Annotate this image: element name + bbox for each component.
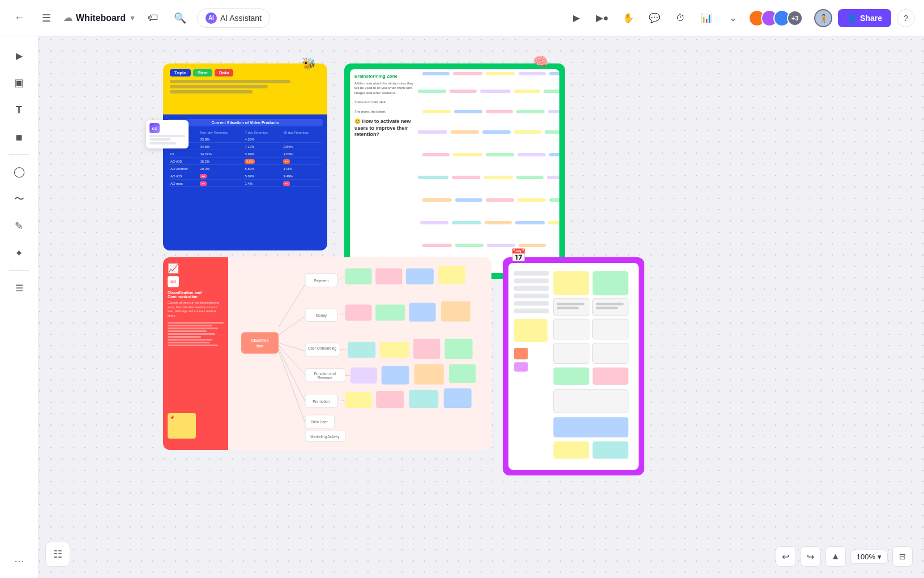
collaborators-avatars: +3 (748, 10, 803, 27)
sticky-note (450, 90, 477, 93)
line-2 (168, 325, 212, 326)
list-tool-button[interactable]: ☰ (7, 275, 32, 300)
shape-icon: ◯ (14, 165, 25, 178)
text-tool-button[interactable]: T (7, 97, 32, 122)
svg-rect-34 (445, 339, 473, 359)
avatar-count: +3 (787, 10, 803, 26)
svg-rect-65 (553, 368, 589, 385)
sticky-note (519, 244, 546, 247)
svg-rect-32 (380, 342, 409, 358)
svg-rect-23 (345, 268, 372, 284)
col-retention7: 7 day Retention (243, 130, 280, 135)
table-row: AO Web 33.8% 4.36% (169, 137, 322, 143)
brainstorm-question: 😊 How to activate new users to improve t… (354, 118, 417, 138)
svg-rect-72 (557, 307, 579, 309)
svg-text:Marketing Activity: Marketing Activity (310, 435, 340, 439)
line-7 (168, 339, 212, 341)
svg-text:Classifica: Classifica (251, 338, 269, 342)
header-right: ▶ ▶● ✋ 💬 ⏱ 📊 ⌄ +3 🧍 👤 Share (566, 8, 915, 28)
svg-text:Revenue: Revenue (318, 376, 333, 380)
sticky-note (453, 72, 482, 75)
line-3 (170, 90, 253, 94)
line-8 (168, 342, 209, 343)
frame-organizer[interactable]: 📅 (503, 257, 644, 475)
sticky-tool-button[interactable]: ■ (7, 125, 32, 150)
chart-button[interactable]: 📊 (696, 8, 717, 28)
pointer-icon: ▲ (831, 551, 840, 562)
tag-row: Topic Strat Data (170, 69, 320, 76)
sticky-note (422, 198, 452, 202)
svg-rect-67 (553, 389, 628, 413)
sticky-note (418, 176, 448, 179)
select-icon: ▶ (16, 50, 23, 61)
svg-rect-25 (406, 268, 434, 284)
sticky-note (486, 110, 513, 113)
note-text: 📌 (170, 415, 194, 419)
sticky-note (516, 176, 544, 179)
board-layout-button[interactable]: ☷ (45, 542, 70, 567)
svg-rect-63 (553, 343, 589, 364)
sticky-note (418, 90, 446, 93)
svg-rect-48 (514, 271, 549, 275)
back-button[interactable]: ← (9, 8, 29, 28)
svg-rect-59 (553, 298, 589, 316)
connector-tool-button[interactable]: ✦ (7, 241, 32, 266)
frame-brainstorm[interactable]: 🧠 Brainstorming Zone A little more about… (344, 63, 565, 279)
app-title[interactable]: ☁ Whiteboard ▼ (63, 12, 136, 23)
svg-rect-58 (593, 271, 628, 295)
frame-tool-button[interactable]: ▣ (7, 70, 32, 95)
svg-rect-39 (345, 392, 372, 408)
sticky-icon: ■ (15, 131, 22, 144)
undo-button[interactable]: ↩ (776, 546, 796, 567)
frame-presentation[interactable]: 🐝 Topic Strat Data cc Current Situation … (163, 63, 327, 250)
redo-icon: ↪ (807, 551, 814, 562)
expand-button[interactable]: ▶ (566, 8, 587, 28)
menu-button[interactable]: ☰ (36, 8, 57, 28)
share-button[interactable]: 👤 Share (838, 9, 891, 27)
sticky-note (422, 153, 450, 156)
more-options-button[interactable]: ⌄ (722, 8, 743, 28)
svg-line-7 (279, 351, 305, 423)
svg-text:User Onboarding: User Onboarding (308, 346, 336, 351)
pointer-button[interactable]: ▲ (825, 546, 846, 567)
redo-button[interactable]: ↪ (801, 546, 821, 567)
svg-rect-31 (348, 342, 375, 358)
select-tool-button[interactable]: ▶ (7, 43, 32, 68)
svg-rect-33 (413, 339, 440, 359)
shape-tool-button[interactable]: ◯ (7, 159, 32, 184)
timer-button[interactable]: ⏱ (670, 8, 691, 28)
title-chevron-icon: ▼ (129, 14, 136, 22)
svg-rect-37 (414, 364, 444, 385)
svg-text:Payment: Payment (314, 279, 328, 283)
sticky-note (486, 153, 514, 156)
tag-button[interactable]: 🏷 (143, 8, 163, 28)
zoom-control[interactable]: 100% ▾ (850, 550, 888, 564)
sticky-note (482, 130, 511, 134)
svg-rect-27 (345, 304, 372, 320)
svg-line-2 (279, 284, 305, 327)
ai-assistant-button[interactable]: AI AI Assistant (197, 8, 270, 28)
minimap-button[interactable]: ⊟ (892, 546, 913, 567)
reaction-button[interactable]: ✋ (618, 8, 639, 28)
comment-button[interactable]: 💬 (644, 8, 665, 28)
white-card-overlay: cc (146, 120, 189, 148)
connector-icon: ✦ (15, 247, 23, 260)
sticky-note (516, 110, 545, 113)
table-row: AO Android 20.2% 5.82% 173% (169, 166, 322, 172)
more-tools-button[interactable]: ⋯ (7, 551, 32, 571)
play-button[interactable]: ▶● (592, 8, 613, 28)
frame-classification[interactable]: 📈 cc Classification and Communication Cl… (163, 257, 491, 450)
frame-3-red-panel: 📈 cc Classification and Communication Cl… (163, 257, 228, 450)
bottom-left-toolbar: ☷ (45, 542, 70, 567)
search-button[interactable]: 🔍 (170, 8, 190, 28)
help-button[interactable]: ? (897, 9, 915, 27)
table-row: AO iOS ••• 5.67% 3.49% (169, 173, 322, 180)
draw-tool-button[interactable]: ✎ (7, 214, 32, 239)
canvas-area[interactable]: 🐝 Topic Strat Data cc Current Situation … (38, 36, 924, 578)
table-row: AO iOS 15.2% 4.6% ••• (169, 159, 322, 165)
cloud-icon: ☁ (63, 12, 72, 23)
sticky-cluster (418, 69, 559, 273)
board-layout-icon: ☷ (53, 548, 62, 560)
comment-icon: 💬 (649, 12, 660, 23)
pen-tool-button[interactable]: 〜 (7, 186, 32, 211)
